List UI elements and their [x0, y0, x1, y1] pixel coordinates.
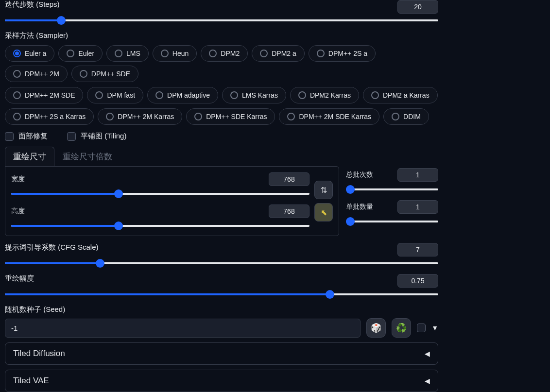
seed-dropdown-toggle[interactable]: ▼ — [431, 324, 438, 332]
cfg-label: 提示词引导系数 (CFG Scale) — [5, 243, 99, 252]
sampler-option-label: DPM2 Karras — [310, 91, 351, 99]
height-label: 高度 — [11, 207, 25, 216]
steps-label: 迭代步数 (Steps) — [5, 0, 60, 9]
sampler-option-dpmpp2sa[interactable]: DPM++ 2S a — [309, 45, 376, 62]
accordion-title: Tiled VAE — [13, 376, 49, 386]
seed-input[interactable] — [5, 319, 361, 338]
sampler-radio-group: Euler a Euler LMS Heun DPM2 DPM2 a DPM++… — [5, 45, 438, 82]
sampler-option-dpm2akarras[interactable]: DPM2 a Karras — [363, 87, 438, 103]
cursor-icon: ⬉ — [321, 208, 327, 217]
reuse-seed-button[interactable]: ♻️ — [392, 318, 411, 338]
width-label: 宽度 — [11, 175, 25, 184]
batch-size-input[interactable]: 1 — [397, 200, 438, 214]
width-value-input[interactable]: 768 — [269, 172, 309, 186]
sampler-option-lmskarras[interactable]: LMS Karras — [222, 87, 286, 103]
sampler-option-label: LMS Karras — [242, 91, 278, 99]
steps-value-input[interactable]: 20 — [397, 0, 438, 14]
sampler-option-dpm2[interactable]: DPM2 — [201, 45, 248, 62]
sampler-option-label: DPM++ SDE — [91, 70, 130, 78]
sampler-option-dpmpp2mkarras[interactable]: DPM++ 2M Karras — [98, 108, 182, 125]
sampler-option-label: DPM++ 2M — [25, 70, 59, 78]
sampler-option-label: Euler — [78, 50, 94, 57]
swap-dimensions-button[interactable]: ⇅ — [314, 181, 333, 199]
sampler-option-label: DPM2 a — [272, 50, 296, 57]
sampler-option-label: DPM++ SDE Karras — [206, 113, 267, 120]
width-slider[interactable] — [11, 190, 309, 198]
chevron-left-icon: ◀ — [425, 377, 430, 385]
restore-faces-label: 面部修复 — [18, 132, 48, 141]
batch-size-label: 单批数量 — [346, 203, 373, 211]
sampler-option-dpmpp2msde[interactable]: DPM++ 2M SDE — [5, 87, 83, 103]
sampler-option-label: DPM2 — [221, 50, 240, 57]
sampler-option-label: DDIM — [403, 113, 421, 120]
sampler-option-label: LMS — [126, 50, 140, 57]
sampler-option-heun[interactable]: Heun — [153, 45, 197, 62]
sampler-option-label: DPM++ 2M SDE Karras — [299, 113, 371, 120]
batch-count-input[interactable]: 1 — [397, 168, 438, 182]
denoise-slider[interactable] — [5, 290, 438, 298]
sampler-option-label: DPM++ 2M SDE — [25, 91, 75, 99]
tab-resize[interactable]: 重绘尺寸 — [5, 147, 54, 166]
sampler-option-label: DPM++ 2M Karras — [118, 113, 174, 120]
swap-icon: ⇅ — [321, 186, 327, 195]
sampler-option-dpmpp2sakarras[interactable]: DPM++ 2S a Karras — [5, 108, 94, 125]
restore-faces-checkbox[interactable]: 面部修复 — [5, 132, 48, 141]
height-slider[interactable] — [11, 222, 309, 230]
sampler-option-dpmppsdekarras[interactable]: DPM++ SDE Karras — [186, 108, 275, 125]
batch-size-slider[interactable] — [346, 218, 438, 225]
sampler-option-dpmadaptive[interactable]: DPM adaptive — [147, 87, 218, 103]
tiling-checkbox[interactable]: 平铺图 (Tiling) — [67, 132, 126, 141]
denoise-label: 重绘幅度 — [5, 274, 34, 283]
denoise-value-input[interactable]: 0.75 — [397, 274, 438, 288]
seed-extras-checkbox[interactable] — [417, 324, 426, 332]
batch-count-label: 总批次数 — [346, 170, 373, 179]
sampler-option-label: Euler a — [25, 50, 46, 57]
sampler-option-label: DPM adaptive — [167, 91, 210, 99]
tiled-vae-accordion[interactable]: Tiled VAE ◀ — [5, 370, 438, 392]
sampler-label: 采样方法 (Sampler) — [5, 31, 438, 40]
sampler-option-dpm2a[interactable]: DPM2 a — [252, 45, 305, 62]
accordion-title: Tiled Diffusion — [13, 349, 65, 358]
steps-slider[interactable] — [5, 17, 438, 24]
sampler-option-label: DPM++ 2S a — [328, 50, 367, 57]
cfg-slider[interactable] — [5, 259, 438, 267]
sampler-option-dpm2karras[interactable]: DPM2 Karras — [290, 87, 359, 103]
sampler-option-dpmpp2msdekarras[interactable]: DPM++ 2M SDE Karras — [279, 108, 379, 125]
sampler-option-dpmpp2m[interactable]: DPM++ 2M — [5, 66, 68, 82]
sampler-option-lms[interactable]: LMS — [106, 45, 149, 62]
batch-count-slider[interactable] — [346, 186, 438, 193]
sampler-option-label: DPM2 a Karras — [383, 91, 430, 99]
sampler-option-euler[interactable]: Euler — [58, 45, 103, 62]
sampler-option-label: DPM++ 2S a Karras — [25, 113, 86, 120]
chevron-left-icon: ◀ — [425, 350, 430, 358]
sampler-option-dpmfast[interactable]: DPM fast — [87, 87, 143, 103]
random-seed-button[interactable]: 🎲 — [366, 318, 386, 338]
height-value-input[interactable]: 768 — [269, 205, 309, 218]
seed-label: 随机数种子 (Seed) — [5, 305, 438, 314]
dice-icon: 🎲 — [371, 323, 381, 333]
sampler-option-dpmppsde[interactable]: DPM++ SDE — [71, 66, 138, 82]
sampler-option-label: Heun — [172, 50, 189, 57]
cfg-value-input[interactable]: 7 — [397, 243, 438, 256]
size-cursor-button[interactable]: ⬉ — [314, 203, 333, 222]
tab-resize-mult[interactable]: 重绘尺寸倍数 — [54, 147, 120, 166]
recycle-icon: ♻️ — [396, 323, 407, 333]
sampler-option-euler-a[interactable]: Euler a — [5, 45, 54, 62]
tiling-label: 平铺图 (Tiling) — [81, 132, 126, 141]
tiled-diffusion-accordion[interactable]: Tiled Diffusion ◀ — [5, 342, 438, 365]
sampler-option-label: DPM fast — [107, 91, 135, 99]
sampler-option-ddim[interactable]: DDIM — [383, 108, 429, 125]
